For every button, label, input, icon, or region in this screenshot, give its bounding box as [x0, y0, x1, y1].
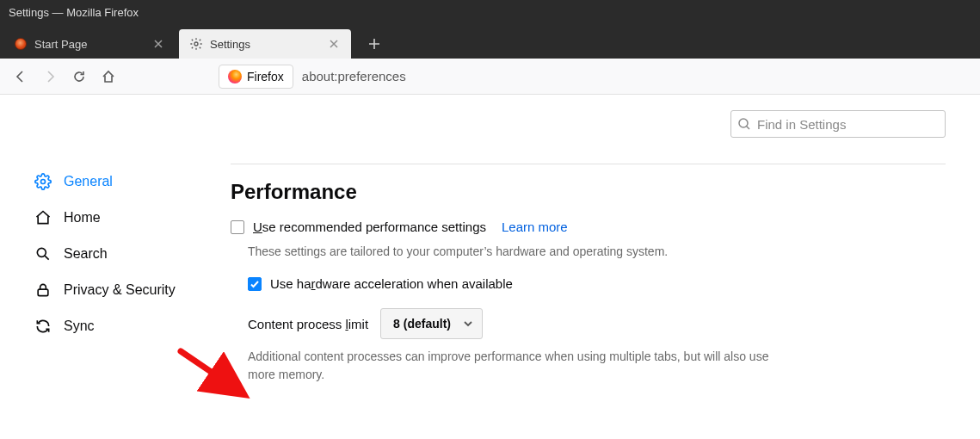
hardware-accel-label: Use hardware acceleration when available — [270, 276, 513, 291]
recommended-settings-checkbox[interactable] — [231, 220, 244, 234]
tab-label: Start Page — [34, 38, 145, 51]
search-icon — [34, 245, 52, 263]
window-title: Settings — Mozilla Firefox — [9, 6, 139, 19]
window-titlebar: Settings — Mozilla Firefox — [0, 0, 980, 24]
sync-icon — [34, 318, 52, 335]
identity-chip[interactable]: Firefox — [219, 65, 293, 89]
close-icon[interactable] — [151, 37, 165, 51]
close-icon[interactable] — [327, 37, 341, 51]
firefox-icon — [228, 70, 242, 83]
sidebar-item-privacy[interactable]: Privacy & Security — [0, 272, 206, 308]
gear-icon — [34, 173, 52, 190]
sidebar-item-sync[interactable]: Sync — [0, 308, 206, 344]
svg-point-0 — [194, 42, 198, 46]
hardware-accel-checkbox[interactable] — [248, 277, 262, 291]
svg-point-1 — [41, 180, 46, 184]
tab-settings[interactable]: Settings — [179, 29, 351, 59]
settings-main: Performance Use recommended performance … — [206, 95, 980, 439]
svg-point-2 — [37, 248, 46, 257]
tab-start-page[interactable]: Start Page — [3, 29, 176, 59]
process-limit-label: Content process limit — [248, 317, 368, 331]
chevron-down-icon — [463, 318, 473, 329]
home-icon — [34, 209, 52, 226]
new-tab-button[interactable] — [361, 31, 387, 57]
hardware-accel-row: Use hardware acceleration when available — [231, 276, 946, 291]
tab-label: Settings — [210, 38, 320, 51]
divider — [231, 164, 946, 164]
recommended-settings-desc: These settings are tailored to your comp… — [231, 243, 946, 261]
settings-search-wrap — [730, 110, 946, 138]
sidebar-item-label: Search — [64, 246, 108, 262]
ubuntu-icon — [14, 37, 28, 51]
lock-icon — [34, 281, 52, 299]
process-limit-value: 8 (default) — [393, 317, 451, 331]
identity-label: Firefox — [247, 70, 284, 83]
forward-button[interactable] — [36, 63, 64, 90]
home-button[interactable] — [95, 63, 122, 90]
sidebar-item-label: Privacy & Security — [64, 282, 176, 298]
sidebar-item-label: General — [64, 174, 113, 189]
url-bar: Firefox about:preferences — [219, 64, 415, 90]
content-area: General Home Search Privacy & Security S… — [0, 95, 980, 439]
back-button[interactable] — [7, 63, 34, 90]
reload-button[interactable] — [65, 63, 93, 90]
recommended-settings-row: Use recommended performance settings Lea… — [231, 220, 946, 234]
settings-sidebar: General Home Search Privacy & Security S… — [0, 95, 206, 439]
recommended-settings-label: Use recommended performance settings — [253, 220, 486, 234]
sidebar-item-home[interactable]: Home — [0, 200, 206, 236]
process-limit-desc: Additional content processes can improve… — [231, 348, 781, 384]
learn-more-link[interactable]: Learn more — [502, 220, 568, 234]
settings-search-input[interactable] — [730, 110, 946, 138]
tab-strip: Start Page Settings — [0, 24, 980, 59]
gear-icon — [189, 37, 203, 51]
search-icon — [737, 117, 751, 131]
sidebar-item-label: Home — [64, 210, 101, 226]
navigation-toolbar: Firefox about:preferences — [0, 59, 980, 95]
sidebar-item-search[interactable]: Search — [0, 236, 206, 272]
sidebar-item-label: Sync — [64, 318, 95, 334]
url-text[interactable]: about:preferences — [293, 69, 415, 83]
section-title: Performance — [231, 180, 946, 204]
process-limit-select[interactable]: 8 (default) — [380, 308, 483, 339]
sidebar-item-general[interactable]: General — [0, 164, 206, 200]
process-limit-row: Content process limit 8 (default) — [231, 308, 946, 339]
svg-rect-3 — [38, 289, 48, 296]
